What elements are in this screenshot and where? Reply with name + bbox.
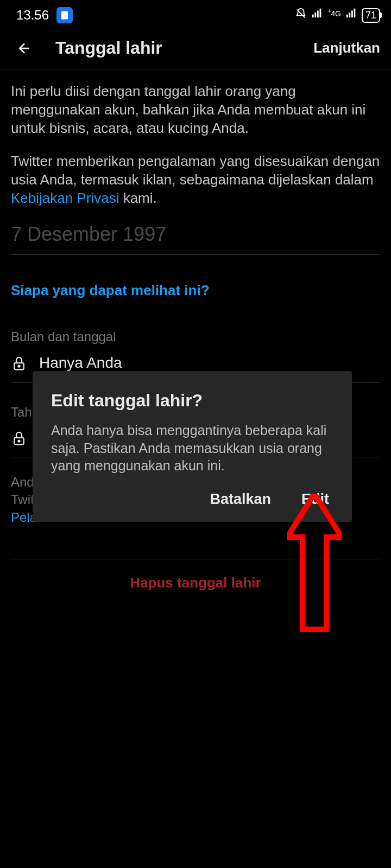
next-button[interactable]: Lanjutkan (313, 40, 380, 56)
cancel-button[interactable]: Batalkan (210, 491, 271, 508)
dialog-title: Edit tanggal lahir? (51, 391, 333, 411)
arrow-left-icon (16, 40, 33, 56)
network-4g-label: +4G (327, 8, 341, 18)
back-button[interactable] (15, 39, 34, 58)
description-p2: Twitter memberikan pengalaman yang dises… (11, 152, 380, 207)
status-right: +4G 71 (295, 8, 380, 23)
status-bar: 13.56 +4G 71 (0, 0, 391, 27)
birth-date-field[interactable]: 7 Desember 1997 (11, 223, 380, 255)
month-day-label: Bulan dan tanggal (11, 329, 380, 344)
delete-birth-date-button[interactable]: Hapus tanggal lahir (11, 559, 380, 607)
app-notification-icon (56, 7, 73, 23)
dialog-actions: Batalkan Edit (51, 491, 333, 508)
dialog-body: Anda hanya bisa menggantinya beberapa ka… (51, 422, 333, 475)
month-day-privacy-value: Hanya Anda (39, 354, 122, 372)
page-header: Tanggal lahir Lanjutkan (0, 27, 391, 69)
bell-off-icon (295, 8, 307, 23)
privacy-policy-link[interactable]: Kebijakan Privasi (11, 190, 119, 206)
status-left: 13.56 (16, 7, 73, 23)
svg-point-1 (18, 365, 20, 367)
edit-button[interactable]: Edit (301, 491, 329, 508)
lock-icon (11, 430, 27, 446)
page-title: Tanggal lahir (55, 38, 313, 58)
svg-point-3 (18, 440, 20, 442)
signal-icon-2 (345, 8, 357, 23)
description-p1: Ini perlu diisi dengan tanggal lahir ora… (11, 82, 380, 137)
who-can-see-link[interactable]: Siapa yang dapat melihat ini? (11, 282, 380, 299)
main-content: Ini perlu diisi dengan tanggal lahir ora… (0, 69, 391, 607)
signal-icon (311, 8, 323, 23)
lock-icon (11, 355, 27, 371)
status-time: 13.56 (16, 8, 49, 23)
battery-icon: 71 (362, 8, 380, 23)
edit-confirmation-dialog: Edit tanggal lahir? Anda hanya bisa meng… (33, 371, 352, 522)
